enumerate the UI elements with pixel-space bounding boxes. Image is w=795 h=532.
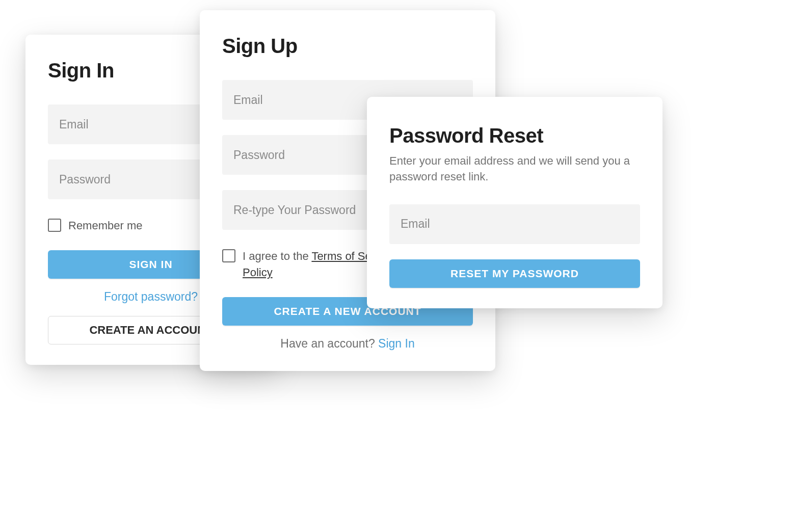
- have-account-text: Have an account?: [280, 337, 378, 350]
- reset-subtitle: Enter your email address and we will sen…: [389, 153, 640, 185]
- signup-title: Sign Up: [222, 35, 473, 58]
- reset-card: Password Reset Enter your email address …: [367, 97, 662, 308]
- forgot-password-link[interactable]: Forgot password?: [104, 290, 198, 303]
- remember-me-label: Remember me: [68, 218, 142, 234]
- remember-me-checkbox[interactable]: [48, 219, 61, 232]
- have-account-row: Have an account? Sign In: [222, 337, 473, 351]
- reset-submit-button[interactable]: RESET MY PASSWORD: [389, 259, 640, 288]
- reset-title: Password Reset: [389, 124, 640, 147]
- reset-email-input[interactable]: [389, 204, 640, 244]
- agree-prefix: I agree to the: [243, 250, 311, 262]
- signin-link[interactable]: Sign In: [378, 337, 415, 350]
- agree-checkbox[interactable]: [222, 249, 235, 262]
